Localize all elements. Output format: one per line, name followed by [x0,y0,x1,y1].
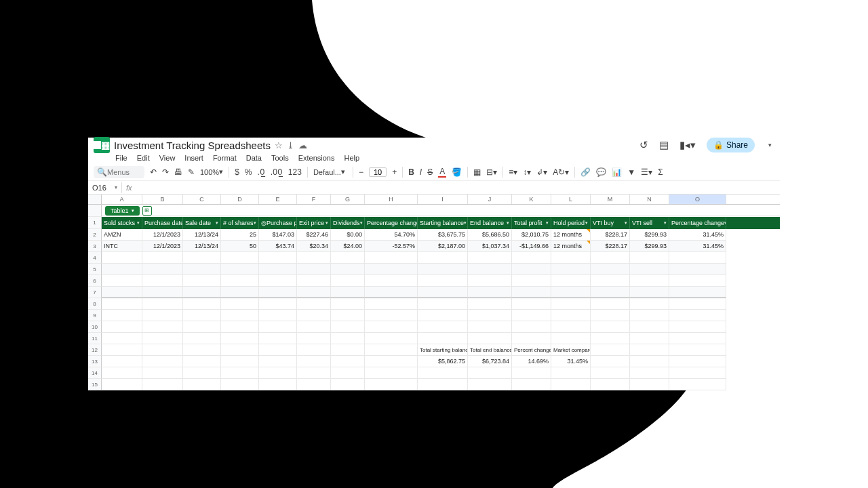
th-vti-sell[interactable]: VTI sell▾ [630,217,669,229]
menu-format[interactable]: Format [213,154,237,162]
halign-button[interactable]: ≡▾ [509,167,517,177]
filter-views-button[interactable]: ☰▾ [641,167,652,177]
comment-button[interactable]: 💬 [596,167,606,177]
move-icon[interactable]: ⤓ [287,140,294,150]
cell-O2[interactable]: 31.45% [669,229,726,241]
cell-I2[interactable]: $3,675.75 [418,229,468,241]
menu-file[interactable]: File [115,154,127,162]
menu-tools[interactable]: Tools [271,154,289,162]
col-M[interactable]: M [591,195,630,204]
th-purchase-date[interactable]: Purchase date▾ [142,217,183,229]
functions-button[interactable]: Σ [658,167,663,177]
fill-color-button[interactable]: 🪣 [452,167,462,177]
table-chip[interactable]: Table1 [105,206,140,216]
share-dropdown[interactable]: ▾ [766,142,774,148]
menu-insert[interactable]: Insert [184,154,203,162]
wrap-button[interactable]: ↲▾ [536,167,547,177]
merge-button[interactable]: ⊟▾ [486,167,497,177]
col-D[interactable]: D [221,195,259,204]
th-shares[interactable]: # of shares▾ [221,217,259,229]
label-pct-change[interactable]: Percent change [512,344,551,356]
label-total-end[interactable]: Total end balance [468,344,512,356]
meet-icon[interactable]: ▮◂▾ [679,139,696,151]
print-icon[interactable]: 🖶 [174,167,182,177]
history-icon[interactable]: ↺ [639,139,648,151]
font-size-input[interactable]: 10 [369,167,387,177]
rotate-button[interactable]: A↻▾ [553,167,569,177]
label-total-start[interactable]: Total starting balance [418,344,468,356]
cell-D2[interactable]: 25 [221,229,259,241]
col-H[interactable]: H [365,195,418,204]
link-button[interactable]: 🔗 [580,167,591,177]
valign-button[interactable]: ↕▾ [523,167,531,177]
th-total-profit[interactable]: Total profit▾ [512,217,551,229]
menu-edit[interactable]: Edit [137,154,150,162]
menu-extensions[interactable]: Extensions [298,154,335,162]
expand-table-icon[interactable]: ⊞ [142,206,152,216]
cell-H2[interactable]: 54.70% [365,229,418,241]
cell-K2[interactable]: $2,010.75 [512,229,551,241]
th-purchase-price[interactable]: ◎Purchase price▾ [259,217,297,229]
doc-title[interactable]: Investment Tracking Spreadsheets [114,140,271,151]
label-market-compare[interactable]: Market compare [551,344,591,356]
cell-M2[interactable]: $228.17 [591,229,630,241]
undo-icon[interactable]: ↶ [150,167,157,177]
col-L[interactable]: L [551,195,591,204]
th-end-balance[interactable]: End balance▾ [468,217,512,229]
zoom-select[interactable]: 100% ▾ [200,167,223,176]
col-N[interactable]: N [630,195,669,204]
increase-fontsize[interactable]: + [392,167,397,177]
th-vti-buy[interactable]: VTI buy▾ [591,217,630,229]
cell-A2[interactable]: AMZN [102,229,142,241]
italic-button[interactable]: I [420,167,422,177]
cell-B2[interactable]: 12/1/2023 [142,229,183,241]
strike-button[interactable]: S [427,167,433,177]
th-hold-period[interactable]: Hold period▾ [551,217,591,229]
search-input[interactable] [107,168,141,176]
cell-L2[interactable]: 12 months [551,229,591,241]
col-O[interactable]: O [669,195,726,204]
more-formats[interactable]: 123 [288,167,302,177]
col-G[interactable]: G [331,195,365,204]
col-K[interactable]: K [512,195,551,204]
col-F[interactable]: F [297,195,331,204]
cell-A3[interactable]: INTC [102,241,142,252]
col-B[interactable]: B [142,195,183,204]
cell-G2[interactable]: $0.00 [331,229,365,241]
val-total-end[interactable]: $6,723.84 [468,356,512,367]
share-button[interactable]: 🔒 Share [707,138,755,152]
th-sale-date[interactable]: Sale date▾ [183,217,221,229]
col-E[interactable]: E [259,195,297,204]
redo-icon[interactable]: ↷ [162,167,169,177]
cell-E2[interactable]: $147.03 [259,229,297,241]
th-start-balance[interactable]: Starting balance▾ [418,217,468,229]
menu-help[interactable]: Help [344,154,359,162]
star-icon[interactable]: ☆ [275,140,283,150]
cell-N2[interactable]: $299.93 [630,229,669,241]
col-A[interactable]: A [102,195,142,204]
cell-F2[interactable]: $227.46 [297,229,331,241]
menu-view[interactable]: View [159,154,176,162]
cell-J2[interactable]: $5,686.50 [468,229,512,241]
col-C[interactable]: C [183,195,221,204]
paintformat-icon[interactable]: ✎ [188,167,195,177]
th-exit-price[interactable]: Exit price▾ [297,217,331,229]
col-J[interactable]: J [468,195,512,204]
grid[interactable]: A B C D E F G H I J K L M N O Table1 ⊞ 1 [88,195,780,390]
cell-C2[interactable]: 12/13/24 [183,229,221,241]
decrease-fontsize[interactable]: − [359,167,363,177]
th-pct-change-2[interactable]: Percentage change▾ [669,217,726,229]
format-percent[interactable]: % [245,167,252,177]
th-sold-stocks[interactable]: Sold stocks▾ [102,217,142,229]
increase-decimal[interactable]: .00̲ [271,167,283,177]
val-total-start[interactable]: $5,862.75 [418,356,468,367]
val-pct-change[interactable]: 14.69% [512,356,551,367]
val-market-compare[interactable]: 31.45% [551,356,591,367]
th-dividends[interactable]: Dividends▾ [331,217,365,229]
th-pct-change[interactable]: Percentage change▾ [365,217,418,229]
search-menus[interactable]: 🔍 [94,166,144,178]
decrease-decimal[interactable]: .0̲ [258,167,265,177]
format-currency[interactable]: $ [235,167,239,177]
name-box[interactable]: O16 [88,182,122,193]
sheets-logo[interactable]: ▦ [94,137,110,153]
